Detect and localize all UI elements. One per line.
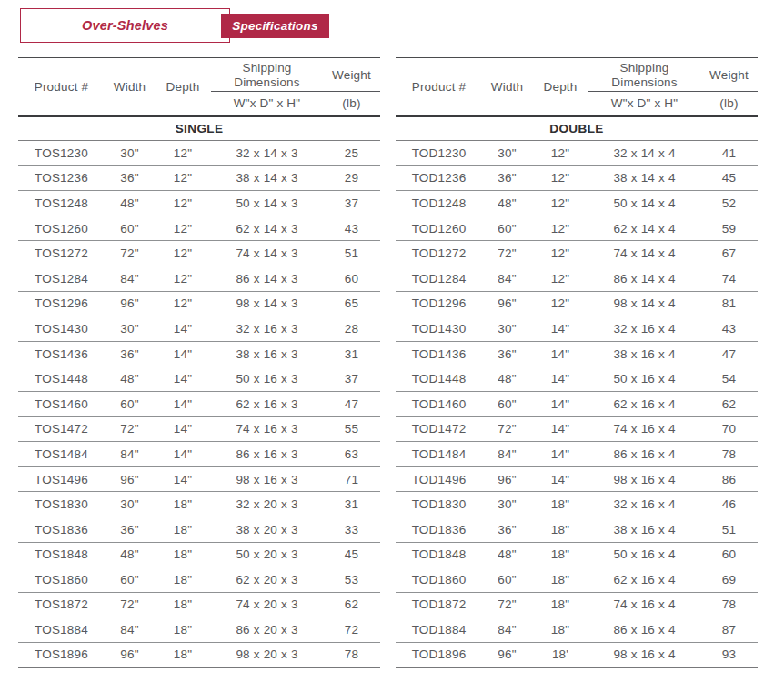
width-cell: 30": [105, 492, 155, 517]
shipping-units-subheader: W"x D" x H": [588, 92, 700, 116]
product-cell: TOS1884: [18, 617, 105, 643]
width-cell: 48": [482, 542, 532, 567]
depth-cell: 18": [532, 492, 588, 517]
product-cell: TOD1830: [396, 492, 482, 517]
product-cell: TOS1230: [18, 141, 105, 166]
weight-cell: 45: [323, 542, 380, 567]
product-cell: TOD1260: [396, 216, 482, 241]
shipping-header-line2: Dimensions: [611, 75, 678, 89]
shipping-cell: 86 x 16 x 4: [588, 617, 700, 643]
weight-cell: 51: [323, 241, 380, 266]
depth-cell: 14": [155, 391, 211, 416]
shipping-cell: 32 x 14 x 3: [211, 141, 323, 166]
weight-cell: 43: [700, 316, 758, 342]
depth-cell: 14": [532, 316, 588, 342]
depth-cell: 12": [155, 266, 211, 291]
product-cell: TOD1460: [396, 391, 482, 416]
product-cell: TOS1472: [18, 416, 105, 442]
depth-cell: 18": [155, 642, 211, 667]
weight-cell: 78: [323, 642, 380, 667]
table-row: TOS146060"14"62 x 16 x 347: [18, 391, 380, 416]
product-cell: TOS1484: [18, 442, 105, 467]
table-row: TOD128484"12"86 x 14 x 474: [396, 266, 758, 291]
product-cell: TOS1848: [18, 542, 105, 567]
table-row: TOS144848"14"50 x 16 x 337: [18, 366, 380, 392]
shipping-cell: 86 x 14 x 4: [588, 266, 700, 291]
shipping-cell: 74 x 20 x 3: [211, 592, 323, 617]
shipping-cell: 62 x 16 x 4: [588, 567, 700, 593]
product-cell: TOS1272: [18, 241, 105, 266]
product-cell: TOD1896: [396, 642, 482, 667]
width-cell: 72": [105, 416, 155, 442]
width-cell: 30": [482, 492, 532, 517]
depth-cell: 12": [532, 165, 588, 191]
table-row: TOD148484"14"86 x 16 x 478: [396, 442, 758, 467]
shipping-header-line1: Shipping: [242, 61, 291, 75]
table-row: TOS183636"18"38 x 20 x 333: [18, 517, 380, 542]
width-cell: 60": [482, 391, 532, 416]
shipping-cell: 38 x 16 x 3: [211, 341, 323, 366]
product-cell: TOD1484: [396, 442, 482, 467]
depth-cell: 18": [155, 542, 211, 567]
product-cell: TOD1230: [396, 141, 482, 166]
weight-cell: 70: [700, 416, 758, 442]
shipping-cell: 98 x 20 x 3: [211, 642, 323, 667]
weight-cell: 31: [323, 492, 380, 517]
weight-cell: 62: [700, 391, 758, 416]
table-row: TOD144848"14"50 x 16 x 454: [396, 366, 758, 392]
product-cell: TOS1830: [18, 492, 105, 517]
width-cell: 60": [105, 567, 155, 593]
product-cell: TOS1496: [18, 466, 105, 492]
tab-over-shelves-label: Over-Shelves: [82, 18, 168, 33]
weight-cell: 74: [700, 266, 758, 291]
width-header: Width: [482, 58, 532, 116]
shipping-cell: 86 x 16 x 4: [588, 442, 700, 467]
width-cell: 84": [105, 617, 155, 643]
depth-cell: 14": [155, 366, 211, 392]
table-row: TOS187272"18"74 x 20 x 362: [18, 592, 380, 617]
table-row: TOS123636"12"38 x 14 x 329: [18, 165, 380, 191]
shipping-cell: 50 x 20 x 3: [211, 542, 323, 567]
product-cell: TOD1872: [396, 592, 482, 617]
product-cell: TOD1836: [396, 517, 482, 542]
depth-cell: 18": [532, 542, 588, 567]
width-cell: 48": [482, 191, 532, 216]
width-cell: 48": [482, 366, 532, 392]
table-row: TOS123030"12"32 x 14 x 325: [18, 141, 380, 166]
shipping-cell: 38 x 16 x 4: [588, 341, 700, 366]
weight-cell: 81: [700, 291, 758, 316]
shipping-cell: 86 x 20 x 3: [211, 617, 323, 643]
spec-sheet-page: Over-Shelves Specifications Product # Wi…: [0, 8, 784, 668]
weight-cell: 87: [700, 617, 758, 643]
depth-cell: 14": [532, 341, 588, 366]
shipping-header-line2: Dimensions: [234, 75, 300, 89]
tab-specifications[interactable]: Specifications: [221, 14, 329, 38]
depth-cell: 12": [532, 266, 588, 291]
shipping-cell: 74 x 14 x 3: [211, 241, 323, 266]
tab-over-shelves[interactable]: Over-Shelves: [20, 8, 230, 43]
width-cell: 96": [105, 642, 155, 667]
width-cell: 48": [105, 191, 155, 216]
weight-cell: 67: [700, 241, 758, 266]
depth-cell: 12": [532, 191, 588, 216]
table-row: TOD187272"18"74 x 16 x 478: [396, 592, 758, 617]
width-cell: 72": [482, 241, 532, 266]
weight-cell: 43: [323, 216, 380, 241]
width-cell: 30": [482, 316, 532, 342]
single-products-table: Product # Width Depth ShippingDimensions…: [18, 57, 380, 668]
table-row: TOD143030"14"32 x 16 x 443: [396, 316, 758, 342]
table-row: TOS186060"18"62 x 20 x 353: [18, 567, 380, 593]
depth-cell: 14": [532, 416, 588, 442]
shipping-cell: 62 x 14 x 4: [588, 216, 700, 241]
depth-cell: 18": [155, 567, 211, 593]
shipping-cell: 50 x 16 x 3: [211, 366, 323, 392]
shipping-cell: 62 x 20 x 3: [211, 567, 323, 593]
table-row: TOD123030"12"32 x 14 x 441: [396, 141, 758, 166]
product-cell: TOD1430: [396, 316, 482, 342]
product-cell: TOD1236: [396, 165, 482, 191]
weight-cell: 31: [323, 341, 380, 366]
shipping-cell: 62 x 14 x 3: [211, 216, 323, 241]
shipping-dimensions-header: ShippingDimensions: [211, 58, 323, 92]
depth-cell: 18": [532, 567, 588, 593]
shipping-cell: 74 x 16 x 4: [588, 592, 700, 617]
